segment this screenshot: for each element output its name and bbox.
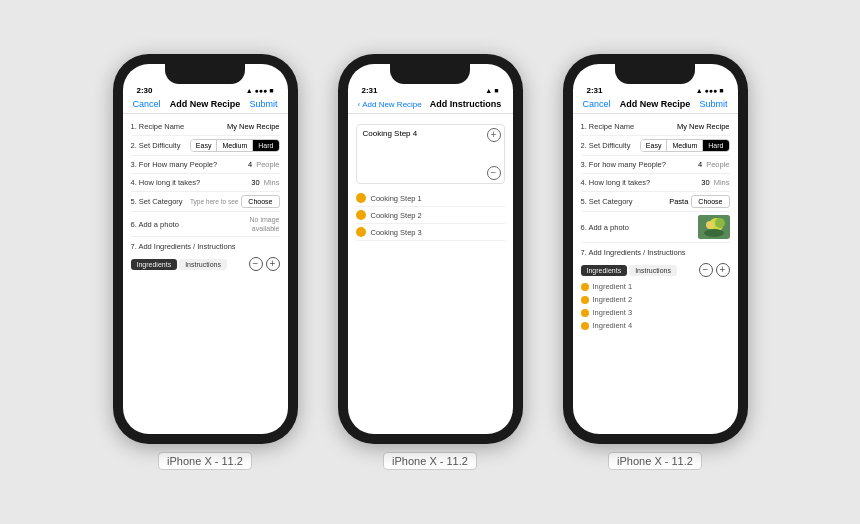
ingredient-item-3: Ingredient 3 [581, 306, 730, 319]
back-label[interactable]: Add New Recipe [362, 100, 422, 109]
recipe-name-label: 1. Recipe Name [131, 122, 185, 131]
photo-label-3: 6. Add a photo [581, 223, 629, 232]
phone-1-device: 2:30 ▲ ●●● ■ Cancel Add New Recipe Submi… [113, 54, 298, 444]
choose-btn-3[interactable]: Choose [691, 195, 729, 208]
people-suffix-3: People [706, 160, 729, 169]
people-label-3: 3. For how many People? [581, 160, 666, 169]
ingredient-item-2: Ingredient 2 [581, 293, 730, 306]
step-item-3: Cooking Step 3 [356, 224, 505, 241]
ingredients-header-row: 7. Add Ingredients / Instructions [131, 237, 280, 255]
category-row: 5. Set Category Type here to see Choose [131, 192, 280, 212]
instructions-tab-1[interactable]: Instructions [179, 259, 227, 270]
phone-1-notch [165, 64, 245, 84]
cooking-input-text: Cooking Step 4 [363, 129, 418, 138]
cancel-button-1[interactable]: Cancel [133, 99, 161, 109]
step-text-2: Cooking Step 2 [371, 211, 422, 220]
status-time-1: 2:30 [137, 86, 153, 95]
cancel-button-3[interactable]: Cancel [583, 99, 611, 109]
phone-3-screen: 2:31 ▲ ●●● ■ Cancel Add New Recipe Submi… [573, 64, 738, 434]
remove-btn-1[interactable]: − [249, 257, 263, 271]
medium-btn-3[interactable]: Medium [667, 140, 703, 151]
phone-3-device: 2:31 ▲ ●●● ■ Cancel Add New Recipe Submi… [563, 54, 748, 444]
category-value-3[interactable]: Pasta [669, 197, 688, 206]
time-suffix: Mins [264, 178, 280, 187]
difficulty-label: 2. Set Difficulty [131, 141, 181, 150]
ingredient-text-3: Ingredient 3 [593, 308, 633, 317]
medium-btn-1[interactable]: Medium [217, 140, 253, 151]
phone-1-screen: 2:30 ▲ ●●● ■ Cancel Add New Recipe Submi… [123, 64, 288, 434]
time-row-3: 4. How long it takes? 30 Mins [581, 174, 730, 192]
phone-2-notch [390, 64, 470, 84]
add-btn-3[interactable]: + [716, 263, 730, 277]
step-dot-2 [356, 210, 366, 220]
svg-point-4 [706, 221, 714, 229]
people-suffix: People [256, 160, 279, 169]
add-step-btn[interactable]: + [487, 128, 501, 142]
category-label-3: 5. Set Category [581, 197, 633, 206]
time-label-3: 4. How long it takes? [581, 178, 651, 187]
svg-point-3 [704, 229, 724, 237]
cooking-input-area[interactable]: Cooking Step 4 + − [356, 124, 505, 184]
instructions-nav: ‹ Add New Recipe Add Instructions [348, 97, 513, 114]
difficulty-label-3: 2. Set Difficulty [581, 141, 631, 150]
submit-button-1[interactable]: Submit [249, 99, 277, 109]
wifi-icon-2: ▲ [485, 87, 492, 94]
choose-btn-1[interactable]: Choose [241, 195, 279, 208]
category-row-3: 5. Set Category Pasta Choose [581, 192, 730, 212]
time-value-3[interactable]: 30 [701, 178, 709, 187]
remove-btn-3[interactable]: − [699, 263, 713, 277]
people-label: 3. For How many People? [131, 160, 218, 169]
ingredients-tab-1[interactable]: Ingredients [131, 259, 178, 270]
recipe-name-label-3: 1. Recipe Name [581, 122, 635, 131]
photo-thumbnail-3[interactable] [698, 215, 730, 239]
instructions-tab-3[interactable]: Instructions [629, 265, 677, 276]
battery-icon-2: ■ [494, 87, 498, 94]
people-value-3[interactable]: 4 [698, 160, 702, 169]
status-icons-2: ▲ ■ [485, 87, 498, 94]
difficulty-buttons-3: Easy Medium Hard [640, 139, 730, 152]
time-value[interactable]: 30 [251, 178, 259, 187]
ingredient-dot-2 [581, 296, 589, 304]
recipe-name-row-3: 1. Recipe Name My New Recipe [581, 118, 730, 136]
photo-label: 6. Add a photo [131, 220, 179, 229]
phone-3-wrapper: 2:31 ▲ ●●● ■ Cancel Add New Recipe Submi… [563, 54, 748, 470]
time-suffix-3: Mins [714, 178, 730, 187]
recipe-name-value-3[interactable]: My New Recipe [677, 122, 730, 131]
submit-button-3[interactable]: Submit [699, 99, 727, 109]
easy-btn-3[interactable]: Easy [641, 140, 668, 151]
phone-1-label: iPhone X - 11.2 [158, 452, 252, 470]
phone-3-label: iPhone X - 11.2 [608, 452, 702, 470]
ingredient-text-4: Ingredient 4 [593, 321, 633, 330]
ingredients-label: 7. Add Ingredients / Instructions [131, 242, 236, 251]
ingredients-tab-3[interactable]: Ingredients [581, 265, 628, 276]
signal-icon-1: ●●● [255, 87, 268, 94]
ingredient-dot-3 [581, 309, 589, 317]
add-btn-1[interactable]: + [266, 257, 280, 271]
phone-2-wrapper: 2:31 ▲ ■ ‹ Add New Recipe Add Instructio… [338, 54, 523, 470]
ingredient-item-1: Ingredient 1 [581, 280, 730, 293]
ingredient-text-1: Ingredient 1 [593, 282, 633, 291]
wifi-icon-1: ▲ [246, 87, 253, 94]
photo-row-3: 6. Add a photo [581, 212, 730, 243]
people-value[interactable]: 4 [248, 160, 252, 169]
step-item-2: Cooking Step 2 [356, 207, 505, 224]
phone-2-device: 2:31 ▲ ■ ‹ Add New Recipe Add Instructio… [338, 54, 523, 444]
recipe-name-value[interactable]: My New Recipe [227, 122, 280, 131]
photo-row: 6. Add a photo No imageavailable [131, 212, 280, 237]
status-icons-3: ▲ ●●● ■ [696, 87, 724, 94]
ingredient-dot-1 [581, 283, 589, 291]
easy-btn-1[interactable]: Easy [191, 140, 218, 151]
step-dot-1 [356, 193, 366, 203]
nav-bar-3: Cancel Add New Recipe Submit [573, 97, 738, 114]
battery-icon-1: ■ [269, 87, 273, 94]
time-label: 4. How long it takes? [131, 178, 201, 187]
ingredient-item-4: Ingredient 4 [581, 319, 730, 332]
step-item-1: Cooking Step 1 [356, 190, 505, 207]
battery-icon-3: ■ [719, 87, 723, 94]
people-row-3: 3. For how many People? 4 People [581, 156, 730, 174]
remove-step-btn[interactable]: − [487, 166, 501, 180]
hard-btn-1[interactable]: Hard [253, 140, 278, 151]
phone-3-notch [615, 64, 695, 84]
hard-btn-3[interactable]: Hard [703, 140, 728, 151]
category-placeholder[interactable]: Type here to see [190, 198, 238, 205]
